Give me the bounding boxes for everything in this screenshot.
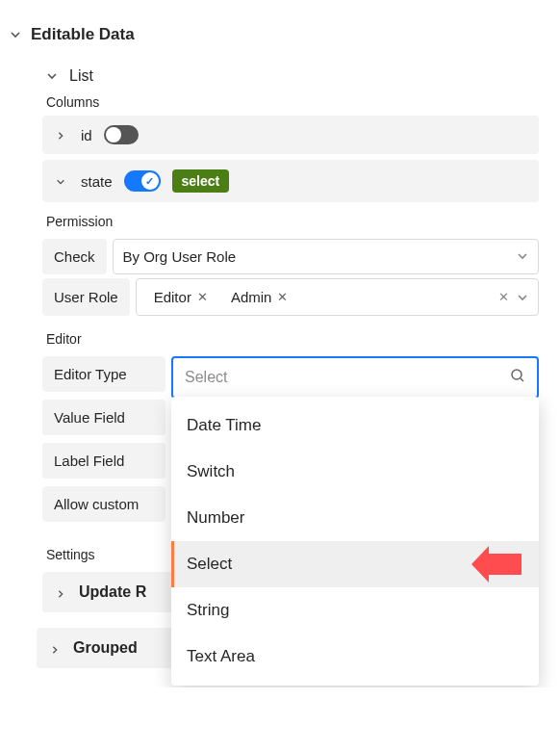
list-panel: List Columns id state ✓ select Permissio… bbox=[37, 60, 545, 612]
clear-icon[interactable]: ✕ bbox=[498, 290, 509, 304]
arrow-left-icon bbox=[487, 554, 522, 575]
chevron-down-icon bbox=[56, 174, 69, 188]
chevron-down-icon bbox=[517, 292, 528, 303]
update-label: Update R bbox=[79, 583, 146, 601]
section-title: Editable Data bbox=[31, 25, 135, 44]
value-field-label: Value Field bbox=[42, 400, 165, 435]
option-select[interactable]: Select bbox=[171, 541, 539, 587]
columns-label: Columns bbox=[37, 92, 545, 116]
user-role-label: User Role bbox=[42, 278, 130, 316]
check-select[interactable]: By Org User Role bbox=[113, 239, 539, 274]
svg-point-0 bbox=[512, 370, 522, 379]
chevron-down-icon bbox=[46, 69, 60, 83]
label-field-label: Label Field bbox=[42, 443, 165, 479]
check-label: Check bbox=[42, 239, 107, 274]
column-row-state[interactable]: state ✓ select bbox=[42, 160, 539, 202]
chevron-down-icon bbox=[517, 248, 528, 265]
editor-type-dropdown: Date Time Switch Number Select String Te… bbox=[171, 397, 539, 686]
column-name: id bbox=[81, 127, 92, 143]
check-value: By Org User Role bbox=[123, 248, 237, 265]
role-tag[interactable]: Editor ✕ bbox=[146, 287, 216, 307]
select-tail: ✕ bbox=[498, 290, 528, 304]
chevron-down-icon bbox=[10, 28, 23, 41]
editor-type-search[interactable]: Select bbox=[171, 356, 539, 399]
toggle-off[interactable] bbox=[104, 125, 139, 144]
allow-custom-label: Allow custom bbox=[42, 486, 165, 522]
search-icon bbox=[510, 368, 525, 387]
chevron-right-icon bbox=[50, 641, 64, 655]
column-type-badge: select bbox=[172, 169, 230, 193]
column-name: state bbox=[81, 173, 113, 190]
option-date-time[interactable]: Date Time bbox=[171, 402, 539, 449]
user-role-row: User Role Editor ✕ Admin ✕ ✕ bbox=[42, 278, 539, 316]
chevron-right-icon bbox=[56, 128, 69, 142]
editor-type-label: Editor Type bbox=[42, 356, 165, 392]
option-string[interactable]: String bbox=[171, 587, 539, 634]
editor-label: Editor bbox=[37, 325, 545, 352]
option-text-area[interactable]: Text Area bbox=[171, 634, 539, 680]
chevron-right-icon bbox=[56, 585, 69, 599]
check-icon: ✓ bbox=[141, 172, 159, 190]
role-tag[interactable]: Admin ✕ bbox=[223, 287, 296, 307]
permission-check-row: Check By Org User Role bbox=[42, 239, 539, 274]
search-placeholder: Select bbox=[185, 369, 227, 386]
list-header[interactable]: List bbox=[37, 60, 545, 92]
toggle-on[interactable]: ✓ bbox=[124, 170, 161, 192]
user-role-select[interactable]: Editor ✕ Admin ✕ ✕ bbox=[136, 278, 539, 316]
section-header[interactable]: Editable Data bbox=[10, 21, 545, 48]
option-number[interactable]: Number bbox=[171, 495, 539, 541]
close-icon[interactable]: ✕ bbox=[277, 290, 288, 304]
option-switch[interactable]: Switch bbox=[171, 449, 539, 495]
permission-label: Permission bbox=[37, 208, 545, 235]
grouped-title: Grouped bbox=[73, 639, 138, 657]
editor-area: Editor Type Value Field Label Field Allo… bbox=[42, 356, 539, 522]
list-title: List bbox=[69, 67, 93, 85]
close-icon[interactable]: ✕ bbox=[197, 290, 208, 304]
column-row-id[interactable]: id bbox=[42, 116, 539, 154]
